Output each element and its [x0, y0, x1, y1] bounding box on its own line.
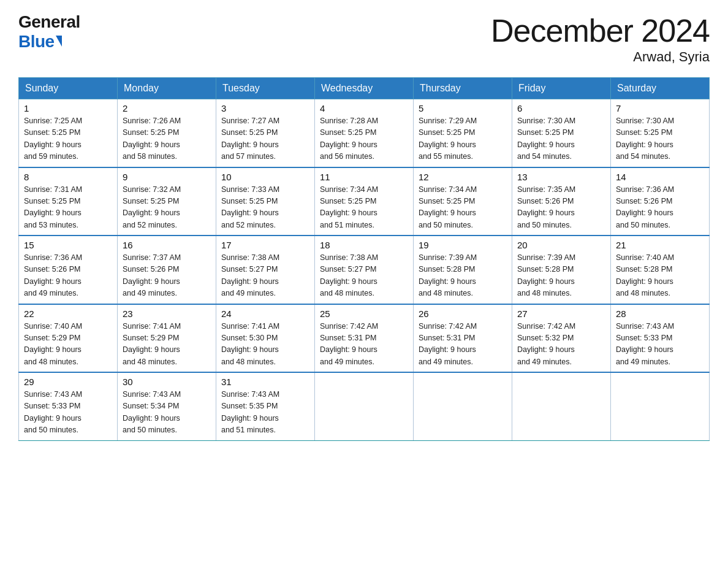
- day-info: Sunrise: 7:43 AMSunset: 5:34 PMDaylight:…: [123, 389, 211, 437]
- day-info: Sunrise: 7:29 AMSunset: 5:25 PMDaylight:…: [419, 115, 507, 163]
- day-number: 1: [24, 103, 112, 113]
- day-number: 28: [616, 308, 704, 319]
- month-title: December 2024: [491, 12, 710, 49]
- day-number: 11: [320, 172, 408, 182]
- day-number: 15: [24, 240, 112, 250]
- day-number: 24: [221, 308, 309, 319]
- calendar-week-row: 22Sunrise: 7:40 AMSunset: 5:29 PMDayligh…: [19, 304, 710, 373]
- calendar-cell: 8Sunrise: 7:31 AMSunset: 5:25 PMDaylight…: [19, 167, 118, 236]
- calendar-table: SundayMondayTuesdayWednesdayThursdayFrid…: [18, 77, 710, 441]
- calendar-cell: 2Sunrise: 7:26 AMSunset: 5:25 PMDaylight…: [118, 99, 216, 167]
- calendar-cell: [512, 372, 611, 440]
- calendar-header-wednesday: Wednesday: [315, 78, 414, 99]
- day-number: 21: [616, 240, 704, 250]
- calendar-cell: 12Sunrise: 7:34 AMSunset: 5:25 PMDayligh…: [414, 167, 512, 236]
- calendar-cell: 3Sunrise: 7:27 AMSunset: 5:25 PMDaylight…: [216, 99, 315, 167]
- day-number: 18: [320, 240, 408, 250]
- calendar-cell: 15Sunrise: 7:36 AMSunset: 5:26 PMDayligh…: [19, 236, 118, 304]
- day-info: Sunrise: 7:38 AMSunset: 5:27 PMDaylight:…: [221, 252, 309, 300]
- day-info: Sunrise: 7:30 AMSunset: 5:25 PMDaylight:…: [616, 115, 704, 163]
- day-info: Sunrise: 7:33 AMSunset: 5:25 PMDaylight:…: [221, 184, 309, 232]
- day-number: 31: [221, 377, 309, 387]
- logo: General Blue: [18, 12, 80, 52]
- calendar-cell: 11Sunrise: 7:34 AMSunset: 5:25 PMDayligh…: [315, 167, 414, 236]
- day-info: Sunrise: 7:39 AMSunset: 5:28 PMDaylight:…: [517, 252, 605, 300]
- calendar-header-row: SundayMondayTuesdayWednesdayThursdayFrid…: [19, 78, 710, 99]
- day-info: Sunrise: 7:41 AMSunset: 5:29 PMDaylight:…: [123, 321, 211, 369]
- calendar-week-row: 1Sunrise: 7:25 AMSunset: 5:25 PMDaylight…: [19, 99, 710, 167]
- logo-blue-text: Blue: [18, 32, 62, 52]
- title-section: December 2024 Arwad, Syria: [491, 12, 710, 65]
- day-number: 23: [123, 308, 211, 319]
- day-number: 27: [517, 308, 605, 319]
- calendar-cell: [611, 372, 710, 440]
- calendar-cell: 5Sunrise: 7:29 AMSunset: 5:25 PMDaylight…: [414, 99, 512, 167]
- calendar-cell: 16Sunrise: 7:37 AMSunset: 5:26 PMDayligh…: [118, 236, 216, 304]
- day-info: Sunrise: 7:26 AMSunset: 5:25 PMDaylight:…: [123, 115, 211, 163]
- calendar-header-sunday: Sunday: [19, 78, 118, 99]
- calendar-cell: 14Sunrise: 7:36 AMSunset: 5:26 PMDayligh…: [611, 167, 710, 236]
- day-number: 14: [616, 172, 704, 182]
- calendar-cell: 13Sunrise: 7:35 AMSunset: 5:26 PMDayligh…: [512, 167, 611, 236]
- day-number: 16: [123, 240, 211, 250]
- calendar-cell: 9Sunrise: 7:32 AMSunset: 5:25 PMDaylight…: [118, 167, 216, 236]
- day-number: 2: [123, 103, 211, 113]
- day-info: Sunrise: 7:34 AMSunset: 5:25 PMDaylight:…: [419, 184, 507, 232]
- day-number: 10: [221, 172, 309, 182]
- calendar-header-friday: Friday: [512, 78, 611, 99]
- calendar-cell: 18Sunrise: 7:38 AMSunset: 5:27 PMDayligh…: [315, 236, 414, 304]
- calendar-cell: 1Sunrise: 7:25 AMSunset: 5:25 PMDaylight…: [19, 99, 118, 167]
- day-info: Sunrise: 7:40 AMSunset: 5:29 PMDaylight:…: [24, 321, 112, 369]
- page-header: General Blue December 2024 Arwad, Syria: [18, 12, 710, 65]
- calendar-cell: 20Sunrise: 7:39 AMSunset: 5:28 PMDayligh…: [512, 236, 611, 304]
- day-number: 7: [616, 103, 704, 113]
- day-number: 6: [517, 103, 605, 113]
- calendar-cell: 23Sunrise: 7:41 AMSunset: 5:29 PMDayligh…: [118, 304, 216, 373]
- day-info: Sunrise: 7:32 AMSunset: 5:25 PMDaylight:…: [123, 184, 211, 232]
- day-number: 12: [419, 172, 507, 182]
- logo-triangle-icon: [56, 36, 62, 47]
- calendar-cell: [315, 372, 414, 440]
- day-info: Sunrise: 7:43 AMSunset: 5:35 PMDaylight:…: [221, 389, 309, 437]
- day-info: Sunrise: 7:42 AMSunset: 5:32 PMDaylight:…: [517, 321, 605, 369]
- day-info: Sunrise: 7:42 AMSunset: 5:31 PMDaylight:…: [419, 321, 507, 369]
- day-info: Sunrise: 7:40 AMSunset: 5:28 PMDaylight:…: [616, 252, 704, 300]
- calendar-week-row: 8Sunrise: 7:31 AMSunset: 5:25 PMDaylight…: [19, 167, 710, 236]
- day-number: 8: [24, 172, 112, 182]
- day-info: Sunrise: 7:34 AMSunset: 5:25 PMDaylight:…: [320, 184, 408, 232]
- day-info: Sunrise: 7:43 AMSunset: 5:33 PMDaylight:…: [616, 321, 704, 369]
- location-text: Arwad, Syria: [491, 49, 710, 65]
- logo-general-text: General: [18, 12, 80, 32]
- day-info: Sunrise: 7:27 AMSunset: 5:25 PMDaylight:…: [221, 115, 309, 163]
- day-number: 22: [24, 308, 112, 319]
- day-info: Sunrise: 7:31 AMSunset: 5:25 PMDaylight:…: [24, 184, 112, 232]
- day-info: Sunrise: 7:37 AMSunset: 5:26 PMDaylight:…: [123, 252, 211, 300]
- calendar-cell: [414, 372, 512, 440]
- day-number: 5: [419, 103, 507, 113]
- day-number: 9: [123, 172, 211, 182]
- day-info: Sunrise: 7:42 AMSunset: 5:31 PMDaylight:…: [320, 321, 408, 369]
- calendar-cell: 22Sunrise: 7:40 AMSunset: 5:29 PMDayligh…: [19, 304, 118, 373]
- calendar-cell: 6Sunrise: 7:30 AMSunset: 5:25 PMDaylight…: [512, 99, 611, 167]
- day-number: 17: [221, 240, 309, 250]
- calendar-cell: 10Sunrise: 7:33 AMSunset: 5:25 PMDayligh…: [216, 167, 315, 236]
- calendar-cell: 24Sunrise: 7:41 AMSunset: 5:30 PMDayligh…: [216, 304, 315, 373]
- day-number: 29: [24, 377, 112, 387]
- calendar-header-tuesday: Tuesday: [216, 78, 315, 99]
- day-number: 13: [517, 172, 605, 182]
- day-info: Sunrise: 7:36 AMSunset: 5:26 PMDaylight:…: [616, 184, 704, 232]
- calendar-cell: 29Sunrise: 7:43 AMSunset: 5:33 PMDayligh…: [19, 372, 118, 440]
- calendar-cell: 27Sunrise: 7:42 AMSunset: 5:32 PMDayligh…: [512, 304, 611, 373]
- calendar-header-saturday: Saturday: [611, 78, 710, 99]
- calendar-cell: 25Sunrise: 7:42 AMSunset: 5:31 PMDayligh…: [315, 304, 414, 373]
- day-number: 30: [123, 377, 211, 387]
- calendar-cell: 26Sunrise: 7:42 AMSunset: 5:31 PMDayligh…: [414, 304, 512, 373]
- day-info: Sunrise: 7:41 AMSunset: 5:30 PMDaylight:…: [221, 321, 309, 369]
- calendar-cell: 4Sunrise: 7:28 AMSunset: 5:25 PMDaylight…: [315, 99, 414, 167]
- day-number: 3: [221, 103, 309, 113]
- day-info: Sunrise: 7:36 AMSunset: 5:26 PMDaylight:…: [24, 252, 112, 300]
- day-info: Sunrise: 7:28 AMSunset: 5:25 PMDaylight:…: [320, 115, 408, 163]
- calendar-week-row: 29Sunrise: 7:43 AMSunset: 5:33 PMDayligh…: [19, 372, 710, 440]
- day-info: Sunrise: 7:39 AMSunset: 5:28 PMDaylight:…: [419, 252, 507, 300]
- calendar-cell: 31Sunrise: 7:43 AMSunset: 5:35 PMDayligh…: [216, 372, 315, 440]
